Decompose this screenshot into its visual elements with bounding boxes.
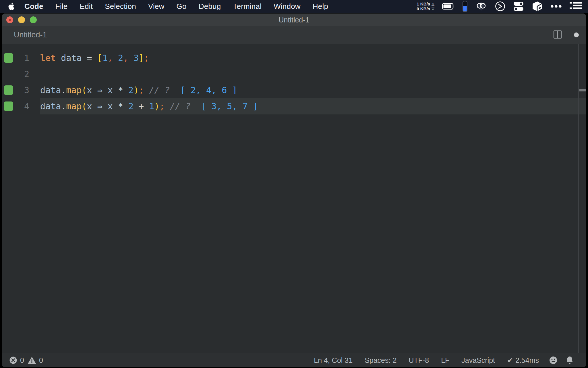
network-down-row: 0 KB/s ▽ <box>417 6 434 11</box>
error-count: 0 <box>20 356 24 365</box>
more-dots-icon[interactable] <box>550 5 562 8</box>
file-encoding[interactable]: UTF-8 <box>403 356 435 365</box>
check-icon: ✔ <box>507 356 513 365</box>
warning-icon <box>28 356 36 364</box>
control-center-icon[interactable] <box>513 1 524 12</box>
overview-ruler-divider <box>578 44 579 353</box>
editor-tab-bar: Untitled-1 <box>2 26 586 44</box>
minimize-button[interactable] <box>18 16 25 23</box>
menu-item-file[interactable]: File <box>49 2 74 11</box>
menu-item-help[interactable]: Help <box>307 2 334 11</box>
quokka-perf[interactable]: ✔ 2.54ms <box>501 356 545 365</box>
zoom-button[interactable] <box>30 16 37 23</box>
code-line-2[interactable]: 2 <box>2 66 586 82</box>
eol-sequence[interactable]: LF <box>435 356 455 365</box>
menu-bar-left: CodeFileEditSelectionViewGoDebugTerminal… <box>0 2 334 11</box>
apple-menu-icon[interactable] <box>8 3 14 10</box>
network-down-speed: 0 KB/s <box>417 6 430 11</box>
status-bar-right: Ln 4, Col 31 Spaces: 2 UTF-8 LF JavaScri… <box>308 356 586 365</box>
menu-item-window[interactable]: Window <box>268 2 307 11</box>
code-text[interactable]: data.map(x ⇒ x * 2); // ? [ 2, 4, 6 ] <box>40 82 237 98</box>
device-battery-icon[interactable] <box>463 1 467 12</box>
tab-actions <box>553 30 586 40</box>
menubar-items: CodeFileEditSelectionViewGoDebugTerminal… <box>18 2 334 11</box>
menu-item-view[interactable]: View <box>142 2 171 11</box>
network-up-speed: 1 KB/s <box>417 1 430 6</box>
feedback-smiley-icon[interactable] <box>545 356 562 365</box>
menu-item-selection[interactable]: Selection <box>99 2 142 11</box>
upload-arrow-icon: △ <box>432 1 434 6</box>
window-title-bar[interactable]: Untitled-1 <box>2 14 586 26</box>
traffic-lights <box>6 14 37 26</box>
errors-group[interactable]: 0 <box>9 356 24 365</box>
window-title: Untitled-1 <box>2 16 586 24</box>
indentation-setting[interactable]: Spaces: 2 <box>359 356 403 365</box>
menu-item-edit[interactable]: Edit <box>74 2 99 11</box>
perf-time: 2.54ms <box>515 356 539 365</box>
menu-bar-status-area: 1 KB/s △ 0 KB/s ▽ <box>417 1 588 12</box>
warnings-group[interactable]: 0 <box>28 356 43 365</box>
clock-chevron-icon[interactable] <box>495 1 505 12</box>
overview-ruler-cursor-mark[interactable] <box>579 89 586 91</box>
menu-item-code[interactable]: Code <box>18 2 49 11</box>
close-button[interactable] <box>6 16 13 23</box>
error-icon <box>9 356 17 364</box>
line-number: 4 <box>2 98 29 114</box>
line-number: 2 <box>2 66 29 82</box>
language-mode[interactable]: JavaScript <box>455 356 501 365</box>
split-editor-icon[interactable] <box>553 30 562 40</box>
tab-untitled-1[interactable]: Untitled-1 <box>14 30 47 39</box>
line-number: 1 <box>2 50 29 66</box>
code-line-4[interactable]: 4data.map(x ⇒ x * 2 + 1); // ? [ 3, 5, 7… <box>2 98 586 114</box>
status-bar: 0 0 Ln 4, Col 31 Spaces: 2 UTF-8 LF Java… <box>2 353 586 367</box>
swirl-camera-icon[interactable] <box>475 1 487 11</box>
problems-section[interactable]: 0 0 <box>2 356 43 365</box>
battery-icon[interactable] <box>442 3 455 10</box>
notifications-bell-icon[interactable] <box>562 356 578 365</box>
code-text[interactable]: let data = [1, 2, 3]; <box>40 50 149 66</box>
cube-app-icon[interactable] <box>532 1 543 12</box>
network-up-row: 1 KB/s △ <box>417 1 434 6</box>
vscode-window: Untitled-1 Untitled-1 1let data = [1, 2,… <box>2 14 586 367</box>
code-line-3[interactable]: 3data.map(x ⇒ x * 2); // ? [ 2, 4, 6 ] <box>2 82 586 98</box>
code-editor[interactable]: 1let data = [1, 2, 3];23data.map(x ⇒ x *… <box>2 44 586 353</box>
menu-item-go[interactable]: Go <box>171 2 193 11</box>
unsaved-changes-dot[interactable] <box>574 32 579 37</box>
menu-item-terminal[interactable]: Terminal <box>227 2 268 11</box>
network-stats[interactable]: 1 KB/s △ 0 KB/s ▽ <box>417 1 434 11</box>
macos-menu-bar: CodeFileEditSelectionViewGoDebugTerminal… <box>0 0 588 13</box>
download-arrow-icon: ▽ <box>432 6 434 11</box>
menu-item-debug[interactable]: Debug <box>193 2 227 11</box>
line-number: 3 <box>2 82 29 98</box>
code-line-1[interactable]: 1let data = [1, 2, 3]; <box>2 50 586 66</box>
editor-lines: 1let data = [1, 2, 3];23data.map(x ⇒ x *… <box>2 50 586 114</box>
cursor-position[interactable]: Ln 4, Col 31 <box>308 356 359 365</box>
warning-count: 0 <box>39 356 43 365</box>
list-menu-icon[interactable] <box>570 1 582 11</box>
code-text[interactable]: data.map(x ⇒ x * 2 + 1); // ? [ 3, 5, 7 … <box>40 98 258 114</box>
